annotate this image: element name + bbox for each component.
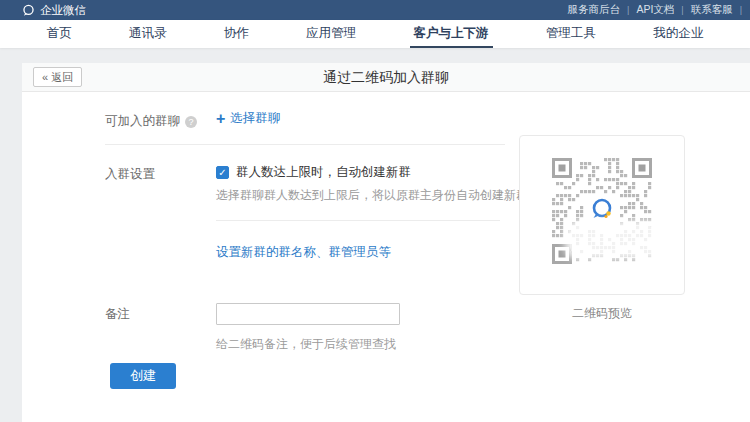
joinable-group-label-text: 可加入的群聊 [105, 113, 180, 130]
card-header: « 返回 通过二维码加入群聊 [22, 63, 750, 92]
plus-icon: + [216, 112, 225, 126]
join-settings-label: 入群设置 [105, 166, 155, 183]
qr-preview-caption: 二维码预览 [519, 305, 685, 322]
divider [105, 144, 505, 145]
main-nav: 首页 通讯录 协作 应用管理 客户与上下游 管理工具 我的企业 [0, 20, 750, 48]
back-button[interactable]: « 返回 [33, 67, 82, 87]
qr-preview-panel [519, 135, 685, 295]
qr-code [552, 158, 652, 264]
create-button[interactable]: 创建 [110, 363, 176, 389]
remark-hint: 给二维码备注，便于后续管理查找 [216, 336, 396, 353]
wechat-work-logo [586, 194, 618, 224]
auto-create-hint: 选择群聊群人数达到上限后，将以原群主身份自动创建新群 [216, 187, 528, 204]
nav-item-admin-tools[interactable]: 管理工具 [542, 20, 600, 48]
remark-label: 备注 [105, 306, 130, 323]
remark-input[interactable] [216, 303, 400, 325]
topbar-links: 服务商后台 | API文档 | 联系客服 | [568, 3, 742, 17]
nav-item-app-management[interactable]: 应用管理 [302, 20, 360, 48]
topbar: 企业微信 服务商后台 | API文档 | 联系客服 | [0, 0, 750, 20]
content-card: « 返回 通过二维码加入群聊 可加入的群聊 ? + 选择群聊 入群设置 ✓ 群人… [22, 63, 750, 422]
auto-create-checkbox[interactable]: ✓ [216, 166, 229, 179]
select-group-link[interactable]: + 选择群聊 [216, 110, 280, 127]
link-api-docs[interactable]: API文档 [636, 3, 674, 17]
select-group-label: 选择群聊 [230, 110, 280, 127]
nav-item-home[interactable]: 首页 [43, 20, 76, 48]
nav-item-customers[interactable]: 客户与上下游 [410, 20, 493, 48]
new-group-settings-link[interactable]: 设置新群的群名称、群管理员等 [216, 244, 391, 261]
link-service-provider[interactable]: 服务商后台 [568, 3, 621, 17]
nav-item-collaboration[interactable]: 协作 [220, 20, 253, 48]
separator: | [740, 5, 742, 15]
qr-privacy-blur [570, 226, 656, 254]
page-title: 通过二维码加入群聊 [22, 63, 750, 92]
back-label: 返回 [51, 70, 73, 85]
brand[interactable]: 企业微信 [22, 3, 86, 18]
info-icon[interactable]: ? [185, 116, 197, 128]
separator: | [627, 5, 629, 15]
brand-label: 企业微信 [40, 3, 86, 18]
link-contact-support[interactable]: 联系客服 [691, 3, 733, 17]
separator: | [681, 5, 683, 15]
auto-create-checkbox-label[interactable]: 群人数达上限时，自动创建新群 [236, 164, 411, 181]
nav-item-contacts[interactable]: 通讯录 [125, 20, 171, 48]
divider [216, 220, 500, 221]
joinable-group-label: 可加入的群聊 ? [105, 113, 197, 130]
auto-create-group-option: ✓ 群人数达上限时，自动创建新群 [216, 164, 411, 181]
back-chevron-icon: « [42, 71, 48, 83]
nav-item-my-company[interactable]: 我的企业 [649, 20, 707, 48]
wechat-work-bubble-icon [22, 4, 35, 17]
